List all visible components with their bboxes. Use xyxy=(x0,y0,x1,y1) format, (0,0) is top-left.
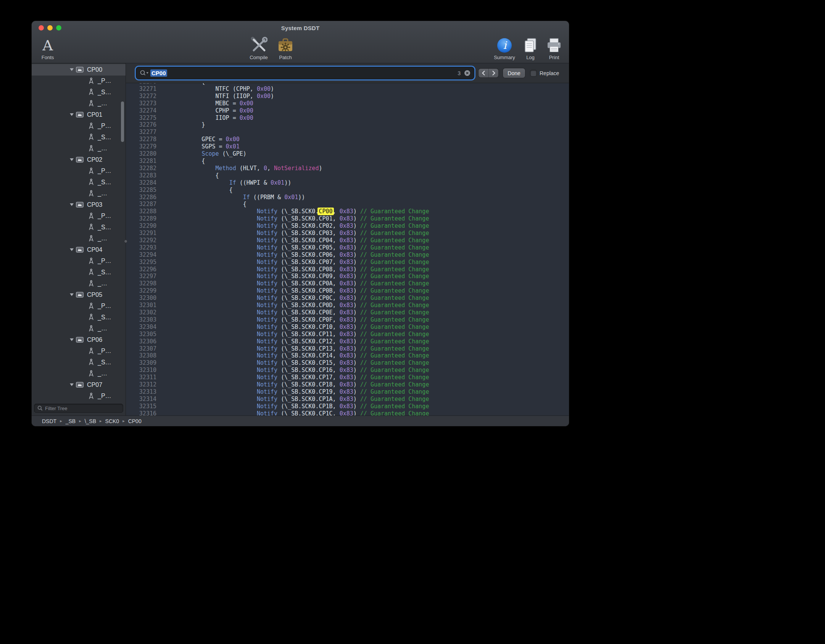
log-label: Log xyxy=(526,55,535,60)
code-text xyxy=(156,129,160,136)
disclosure-triangle-icon[interactable] xyxy=(70,248,76,251)
disclosure-triangle-icon[interactable] xyxy=(70,203,76,206)
zoom-button[interactable] xyxy=(56,25,61,31)
disclosure-triangle-icon[interactable] xyxy=(70,293,76,296)
document-stack-icon xyxy=(523,35,538,53)
tree-child-item[interactable]: _… xyxy=(32,188,126,200)
method-icon xyxy=(88,269,94,276)
code-line: 32302 Notify (\_SB.SCK0.CP0E, 0x83) // G… xyxy=(126,309,569,316)
tree-child-item[interactable]: _S… xyxy=(32,222,126,233)
tree-child-item[interactable]: _S… xyxy=(32,312,126,323)
search-input[interactable]: CP00 3 xyxy=(136,67,474,79)
code-line: 32273 MEBC = 0x00 xyxy=(126,100,569,107)
code-text: Notify (\_SB.SCK0.CP0B, 0x83) // Guarant… xyxy=(156,287,429,295)
line-number: 32275 xyxy=(126,114,156,122)
tree-item-label: CP07 xyxy=(87,382,102,388)
code-text: Notify (\_SB.SCK0.CP11, 0x83) // Guarant… xyxy=(156,331,429,338)
breadcrumb-item[interactable]: CP00 xyxy=(128,418,142,424)
tree-child-item[interactable]: _S… xyxy=(32,87,126,98)
tree-item-cp00[interactable]: CP00 xyxy=(32,64,126,76)
tree-child-item[interactable]: _… xyxy=(32,98,126,109)
search-menu-icon[interactable] xyxy=(140,70,149,76)
disclosure-triangle-icon[interactable] xyxy=(70,383,76,386)
breadcrumb-item[interactable]: SCK0 xyxy=(105,418,119,424)
print-button[interactable]: Print xyxy=(544,35,564,60)
method-icon xyxy=(88,348,94,355)
tree-child-item[interactable]: _P… xyxy=(32,391,126,402)
minimize-button[interactable] xyxy=(47,25,53,31)
replace-option: Replace xyxy=(530,70,559,76)
patch-toolbox-icon xyxy=(277,35,294,53)
find-next-button[interactable] xyxy=(488,69,498,77)
tree-child-item[interactable]: _P… xyxy=(32,76,126,87)
code-text: Notify (\_SB.SCK0.CP15, 0x83) // Guarant… xyxy=(156,359,429,367)
tree-item-cp05[interactable]: CP05 xyxy=(32,289,126,301)
filter-tree-input[interactable]: Filter Tree xyxy=(34,404,123,413)
tree-item-cp04[interactable]: CP04 xyxy=(32,244,126,256)
log-button[interactable]: Log xyxy=(521,35,540,60)
tree-child-item[interactable]: _… xyxy=(32,143,126,155)
disclosure-triangle-icon[interactable] xyxy=(70,113,76,116)
code-line: 32307 Notify (\_SB.SCK0.CP13, 0x83) // G… xyxy=(126,345,569,353)
disclosure-triangle-icon[interactable] xyxy=(70,158,76,161)
tree-item-label: CP00 xyxy=(87,66,102,73)
close-button[interactable] xyxy=(39,25,44,31)
code-text: NTFI (IIOP, 0x00) xyxy=(156,93,274,100)
code-line: 32315 Notify (\_SB.SCK0.CP1B, 0x83) // G… xyxy=(126,403,569,410)
done-button[interactable]: Done xyxy=(503,68,525,78)
disclosure-triangle-icon[interactable] xyxy=(70,68,76,71)
code-text: { xyxy=(156,187,233,194)
replace-label: Replace xyxy=(540,70,559,76)
code-editor[interactable]: 32270 {32271 NTFC (CPHP, 0x00)32272 NTFI… xyxy=(126,83,569,415)
patch-button[interactable]: Patch xyxy=(274,35,297,60)
tree-child-item[interactable]: _P… xyxy=(32,346,126,357)
line-number: 32289 xyxy=(126,215,156,222)
tree-child-item[interactable]: _S… xyxy=(32,357,126,368)
code-line: 32293 Notify (\_SB.SCK0.CP05, 0x83) // G… xyxy=(126,244,569,251)
tree-child-item[interactable]: _S… xyxy=(32,267,126,278)
splitter-handle[interactable] xyxy=(124,240,127,243)
breadcrumb-separator-icon: ▸ xyxy=(100,419,102,423)
line-number: 32277 xyxy=(126,129,156,136)
tree-item-cp01[interactable]: CP01 xyxy=(32,109,126,121)
print-label: Print xyxy=(549,55,559,60)
sidebar-scrollbar[interactable] xyxy=(121,101,124,142)
line-number: 32282 xyxy=(126,165,156,172)
tree-item-cp02[interactable]: CP02 xyxy=(32,154,126,166)
tree-child-item[interactable]: _S… xyxy=(32,132,126,143)
tree-item-cp07[interactable]: CP07 xyxy=(32,379,126,391)
line-number: 32296 xyxy=(126,266,156,273)
compile-button[interactable]: Compile xyxy=(245,35,272,60)
breadcrumb-item[interactable]: _SB xyxy=(66,418,76,424)
tree-child-item[interactable]: _P… xyxy=(32,211,126,222)
tree-child-item[interactable]: _S… xyxy=(32,177,126,188)
tree-child-item[interactable]: _… xyxy=(32,233,126,245)
app-window: System DSDT A Fonts xyxy=(32,21,569,426)
info-icon: i xyxy=(496,35,512,53)
tree-child-item[interactable]: _P… xyxy=(32,301,126,312)
method-icon xyxy=(88,314,94,321)
code-text: Notify (\_SB.SCK0.CP1C, 0x83) // Guarant… xyxy=(156,410,429,415)
tree-child-item[interactable]: _P… xyxy=(32,256,126,267)
tree-item-label: CP03 xyxy=(87,201,102,208)
fonts-button[interactable]: A Fonts xyxy=(36,35,59,60)
tree-item-cp03[interactable]: CP03 xyxy=(32,199,126,211)
tree-child-item[interactable]: _P… xyxy=(32,166,126,177)
tree-child-item[interactable]: _… xyxy=(32,278,126,290)
find-previous-button[interactable] xyxy=(479,69,488,77)
code-text: NTFC (CPHP, 0x00) xyxy=(156,85,274,93)
disclosure-triangle-icon[interactable] xyxy=(70,338,76,341)
breadcrumb-item[interactable]: \_SB xyxy=(85,418,96,424)
tree-item-cp06[interactable]: CP06 xyxy=(32,334,126,346)
device-icon xyxy=(76,337,84,343)
summary-button[interactable]: i Summary xyxy=(492,35,517,60)
tree-child-item[interactable]: _… xyxy=(32,323,126,335)
code-line: 32281 { xyxy=(126,158,569,165)
tree-child-item[interactable]: _P… xyxy=(32,121,126,132)
clear-search-button[interactable] xyxy=(464,70,471,76)
code-line: 32304 Notify (\_SB.SCK0.CP10, 0x83) // G… xyxy=(126,324,569,331)
titlebar[interactable]: System DSDT xyxy=(32,21,569,35)
replace-checkbox[interactable] xyxy=(530,70,537,76)
tree-child-item[interactable]: _… xyxy=(32,368,126,380)
breadcrumb-item[interactable]: DSDT xyxy=(42,418,56,424)
